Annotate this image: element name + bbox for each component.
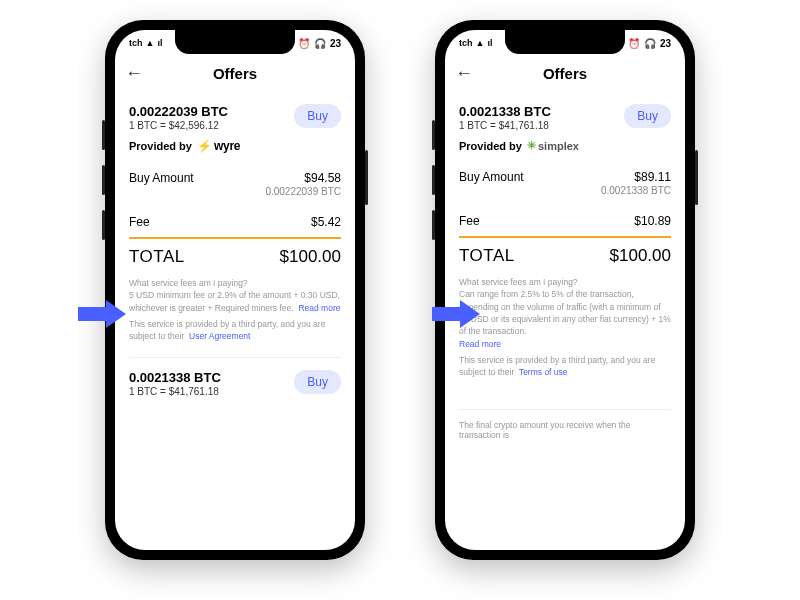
wyre-text: wyre — [214, 139, 240, 153]
total-label: TOTAL — [459, 246, 515, 266]
page-title: Offers — [213, 65, 257, 82]
signal-icon: ıl — [157, 38, 162, 48]
phone-mockup-left: tch ▲ ıl ⏰ 🎧 23 ← Offers 0.002 — [105, 20, 365, 560]
provider-logo-wyre: ⚡ wyre — [197, 139, 240, 153]
provided-by-label: Provided by — [459, 140, 522, 152]
provided-by-label: Provided by — [129, 140, 192, 152]
buy-button[interactable]: Buy — [294, 104, 341, 128]
buy-amount-usd: $89.11 — [601, 170, 671, 184]
status-time: 23 — [660, 38, 671, 49]
fine-line-1: Can range from 2.5% to 5% of the transac… — [459, 289, 671, 336]
page-header: ← Offers — [115, 56, 355, 90]
status-left: tch ▲ ıl — [459, 38, 492, 48]
offer-rate: 1 BTC = $41,761.18 — [459, 120, 551, 131]
status-right: ⏰ 🎧 23 — [628, 38, 671, 49]
buy-amount-btc: 0.00222039 BTC — [265, 186, 341, 197]
pointer-arrow-icon — [432, 300, 482, 328]
buy-amount-label: Buy Amount — [459, 170, 524, 196]
simplex-icon: ✳ — [527, 139, 536, 152]
back-button[interactable]: ← — [125, 63, 143, 84]
wifi-icon: ▲ — [476, 38, 485, 48]
carrier-text: tch — [459, 38, 473, 48]
offer-card: 0.00222039 BTC 1 BTC = $42,596.12 Buy Pr… — [129, 90, 341, 343]
fee-label: Fee — [459, 214, 480, 228]
simplex-text: simplex — [538, 140, 579, 152]
divider — [129, 237, 341, 239]
pointer-arrow-icon — [78, 300, 128, 328]
fine-question: What service fees am I paying? — [459, 276, 671, 288]
headphone-icon: 🎧 — [644, 38, 656, 49]
signal-icon: ıl — [487, 38, 492, 48]
read-more-link[interactable]: Read more — [459, 339, 501, 349]
offer-amount: 0.00222039 BTC — [129, 104, 228, 119]
buy-amount-label: Buy Amount — [129, 171, 194, 197]
provider-logo-simplex: ✳ simplex — [527, 139, 579, 152]
footnote: The final crypto amount you receive when… — [459, 409, 671, 440]
fine-print: What service fees am I paying? Can range… — [459, 276, 671, 379]
wifi-icon: ▲ — [146, 38, 155, 48]
back-button[interactable]: ← — [455, 63, 473, 84]
phone-mockup-right: tch ▲ ıl ⏰ 🎧 23 ← Offers 0.002 — [435, 20, 695, 560]
alarm-icon: ⏰ — [628, 38, 640, 49]
buy-amount-usd: $94.58 — [265, 171, 341, 185]
user-agreement-link[interactable]: User Agreement — [189, 331, 250, 341]
page-header: ← Offers — [445, 56, 685, 90]
status-left: tch ▲ ıl — [129, 38, 162, 48]
carrier-text: tch — [129, 38, 143, 48]
terms-link[interactable]: Terms of use — [519, 367, 568, 377]
fee-label: Fee — [129, 215, 150, 229]
offer-amount: 0.0021338 BTC — [459, 104, 551, 119]
alarm-icon: ⏰ — [298, 38, 310, 49]
total-label: TOTAL — [129, 247, 185, 267]
offer-card: 0.0021338 BTC 1 BTC = $41,761.18 Buy — [129, 357, 341, 397]
page-title: Offers — [543, 65, 587, 82]
offer-rate: 1 BTC = $42,596.12 — [129, 120, 228, 131]
status-right: ⏰ 🎧 23 — [298, 38, 341, 49]
provider-row: Provided by ⚡ wyre — [129, 139, 341, 153]
notch — [175, 30, 295, 54]
buy-button[interactable]: Buy — [294, 370, 341, 394]
headphone-icon: 🎧 — [314, 38, 326, 49]
offer-card: 0.0021338 BTC 1 BTC = $41,761.18 Buy Pro… — [459, 90, 671, 440]
fee-value: $5.42 — [311, 215, 341, 229]
screen: tch ▲ ıl ⏰ 🎧 23 ← Offers 0.002 — [115, 30, 355, 550]
status-time: 23 — [330, 38, 341, 49]
total-value: $100.00 — [280, 247, 341, 267]
divider — [459, 236, 671, 238]
offer-rate: 1 BTC = $41,761.18 — [129, 386, 221, 397]
screen: tch ▲ ıl ⏰ 🎧 23 ← Offers 0.002 — [445, 30, 685, 550]
buy-button[interactable]: Buy — [624, 104, 671, 128]
offer-amount: 0.0021338 BTC — [129, 370, 221, 385]
read-more-link[interactable]: Read more — [298, 303, 340, 313]
notch — [505, 30, 625, 54]
fine-print: What service fees am I paying? 5 USD min… — [129, 277, 341, 343]
fine-question: What service fees am I paying? — [129, 277, 341, 289]
total-value: $100.00 — [610, 246, 671, 266]
provider-row: Provided by ✳ simplex — [459, 139, 671, 152]
wyre-bolt-icon: ⚡ — [197, 139, 212, 153]
buy-amount-btc: 0.0021338 BTC — [601, 185, 671, 196]
content-area: 0.00222039 BTC 1 BTC = $42,596.12 Buy Pr… — [115, 90, 355, 550]
fee-value: $10.89 — [634, 214, 671, 228]
